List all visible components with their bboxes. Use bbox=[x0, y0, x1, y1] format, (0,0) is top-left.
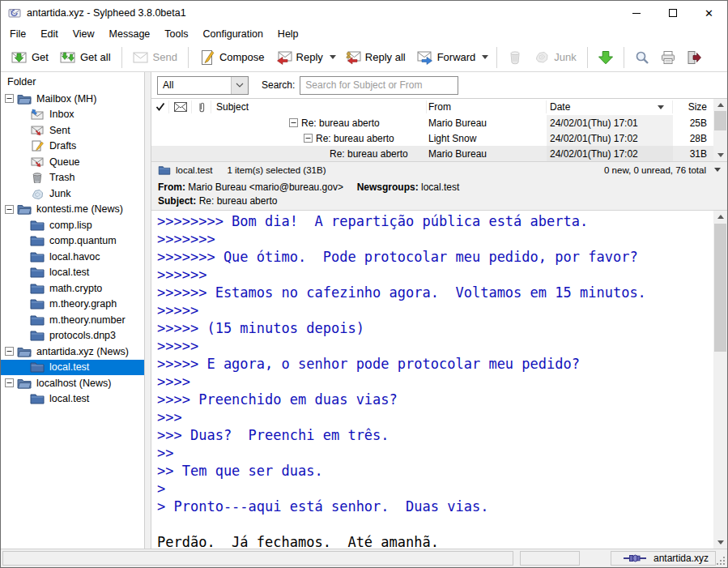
execute-button[interactable] bbox=[681, 46, 707, 69]
newsgroup-folder-icon bbox=[30, 361, 45, 373]
from-column-header[interactable]: From bbox=[427, 100, 547, 113]
maximize-icon bbox=[669, 9, 677, 17]
folder-item-comp-lisp[interactable]: comp.lisp bbox=[1, 217, 144, 233]
message-text: >>>>>>>> Bom dia! A repartição pública e… bbox=[157, 212, 713, 549]
thread-collapse-icon[interactable] bbox=[304, 134, 313, 143]
folder-item-local-test-antartida[interactable]: local.test bbox=[1, 360, 144, 376]
list-status-bar: local.test 1 item(s) selected (31B) 0 ne… bbox=[151, 161, 727, 177]
newsgroup-folder-icon bbox=[30, 251, 45, 263]
folder-item-sent[interactable]: Sent bbox=[1, 122, 144, 139]
newsgroups-label: Newsgroups: bbox=[357, 182, 419, 193]
filter-dropdown[interactable]: All bbox=[157, 76, 249, 95]
scroll-up-icon[interactable] bbox=[713, 99, 727, 111]
forward-dropdown-button[interactable] bbox=[479, 52, 492, 62]
minimize-button[interactable] bbox=[618, 2, 654, 25]
folder-item-queue[interactable]: Queue bbox=[1, 154, 144, 170]
app-window: antartida.xyz - Sylpheed 3.8.0beta1 ✕ Fi… bbox=[0, 0, 728, 568]
folder-item-m-theory-graph[interactable]: m.theory.graph bbox=[1, 297, 144, 313]
newsgroup-folder-icon bbox=[30, 314, 45, 326]
folder-item-math-crypto[interactable]: math.crypto bbox=[1, 280, 144, 297]
reply-button[interactable]: Reply bbox=[270, 46, 329, 69]
folder-item-junk[interactable]: Junk bbox=[1, 186, 144, 202]
folder-pane-header[interactable]: Folder bbox=[1, 72, 144, 91]
reply-all-button[interactable]: Reply all bbox=[339, 46, 411, 69]
menu-edit[interactable]: Edit bbox=[33, 26, 66, 42]
search-button[interactable] bbox=[629, 46, 655, 69]
date-column-header[interactable]: Date bbox=[547, 100, 673, 113]
current-folder-name: local.test bbox=[176, 165, 212, 175]
junk-button: Junk bbox=[528, 46, 581, 69]
subject-column-header[interactable]: Subject bbox=[211, 100, 427, 113]
folder-item-drafts[interactable]: Drafts bbox=[1, 139, 144, 155]
menu-configuration[interactable]: Configuration bbox=[196, 26, 270, 42]
next-unread-button[interactable] bbox=[593, 46, 619, 69]
search-input[interactable] bbox=[300, 76, 458, 95]
titlebar: antartida.xyz - Sylpheed 3.8.0beta1 ✕ bbox=[1, 1, 727, 25]
message-list: Subject From Date Size bbox=[151, 99, 727, 161]
folder-item-localhost[interactable]: localhost (News) bbox=[1, 375, 144, 391]
folder-item-antartida[interactable]: antartida.xyz (News) bbox=[1, 344, 144, 360]
forward-icon bbox=[417, 49, 433, 66]
print-button[interactable] bbox=[655, 46, 681, 69]
toolbar: Get Get all Send Compose Reply Reply all… bbox=[1, 43, 727, 72]
menu-view[interactable]: View bbox=[66, 26, 102, 42]
collapse-icon[interactable] bbox=[5, 347, 14, 356]
message-row[interactable]: Re: bureau aberto Light Snow 24/02/01(Th… bbox=[151, 130, 713, 146]
mark-column-header[interactable] bbox=[151, 100, 169, 113]
get-all-mail-icon bbox=[60, 49, 76, 66]
scroll-down-icon[interactable] bbox=[713, 149, 727, 161]
newsgroup-folder-icon bbox=[30, 330, 45, 341]
collapse-icon[interactable] bbox=[5, 378, 14, 387]
close-button[interactable]: ✕ bbox=[691, 2, 727, 25]
scrollbar-thumb[interactable] bbox=[714, 224, 726, 352]
menu-file[interactable]: File bbox=[2, 26, 33, 42]
message-list-scrollbar[interactable] bbox=[713, 99, 727, 161]
folder-item-kontesti[interactable]: kontesti.me (News) bbox=[1, 202, 144, 218]
collapse-icon[interactable] bbox=[5, 94, 14, 103]
online-status[interactable]: antartida.xyz bbox=[611, 551, 716, 566]
folder-item-local-test-kontesti[interactable]: local.test bbox=[1, 265, 144, 281]
menu-help[interactable]: Help bbox=[270, 26, 306, 42]
pane-splitter[interactable] bbox=[145, 72, 151, 549]
column-menu-icon[interactable] bbox=[714, 168, 721, 172]
folder-item-local-havoc[interactable]: local.havoc bbox=[1, 249, 144, 265]
folder-item-trash[interactable]: Trash bbox=[1, 170, 144, 186]
attachment-column-header[interactable] bbox=[192, 100, 211, 113]
size-column-header[interactable]: Size bbox=[673, 101, 713, 113]
folder-item-protocols-dnp3[interactable]: protocols.dnp3 bbox=[1, 328, 144, 344]
thread-collapse-icon[interactable] bbox=[289, 118, 298, 127]
get-all-button[interactable]: Get all bbox=[54, 46, 117, 69]
scroll-up-icon[interactable] bbox=[713, 211, 727, 223]
filter-bar: All Search: bbox=[151, 72, 727, 99]
scroll-down-icon[interactable] bbox=[713, 536, 727, 549]
menu-message[interactable]: Message bbox=[102, 26, 158, 42]
forward-button[interactable]: Forward bbox=[411, 46, 482, 69]
message-row[interactable]: Re: bureau aberto Mario Bureau 24/02/01(… bbox=[151, 115, 713, 130]
message-body-scrollbar[interactable] bbox=[713, 211, 727, 549]
get-button[interactable]: Get bbox=[6, 46, 54, 69]
toolbar-separator bbox=[587, 47, 588, 68]
subject-value: Re: bureau aberto bbox=[199, 195, 278, 207]
chevron-down-icon bbox=[482, 55, 488, 59]
compose-button[interactable]: Compose bbox=[194, 46, 270, 69]
folder-item-m-theory-number[interactable]: m.theory.number bbox=[1, 312, 144, 328]
folder-item-local-test-localhost[interactable]: local.test bbox=[1, 391, 144, 408]
folder-tree: Mailbox (MH) Inbox Sent Drafts Queue bbox=[1, 91, 144, 407]
maximize-button[interactable] bbox=[654, 2, 691, 25]
collapse-icon[interactable] bbox=[5, 205, 14, 214]
folder-item-mailbox[interactable]: Mailbox (MH) bbox=[1, 91, 144, 107]
reply-dropdown-button[interactable] bbox=[326, 52, 339, 62]
menu-tools[interactable]: Tools bbox=[157, 26, 195, 42]
combo-arrow-button[interactable] bbox=[231, 77, 248, 94]
printer-icon bbox=[660, 49, 676, 66]
message-row-selected[interactable]: Re: bureau aberto Mario Bureau 24/02/01(… bbox=[151, 146, 713, 161]
unread-column-header[interactable] bbox=[169, 100, 192, 113]
status-segment bbox=[2, 551, 513, 566]
folder-open-icon bbox=[17, 93, 32, 105]
folder-item-comp-quantum[interactable]: comp.quantum bbox=[1, 233, 144, 250]
scrollbar-thumb[interactable] bbox=[714, 111, 726, 130]
chevron-down-icon bbox=[236, 83, 244, 88]
folder-item-inbox[interactable]: Inbox bbox=[1, 107, 144, 123]
execute-icon bbox=[686, 49, 702, 66]
resize-grip[interactable] bbox=[716, 556, 726, 566]
